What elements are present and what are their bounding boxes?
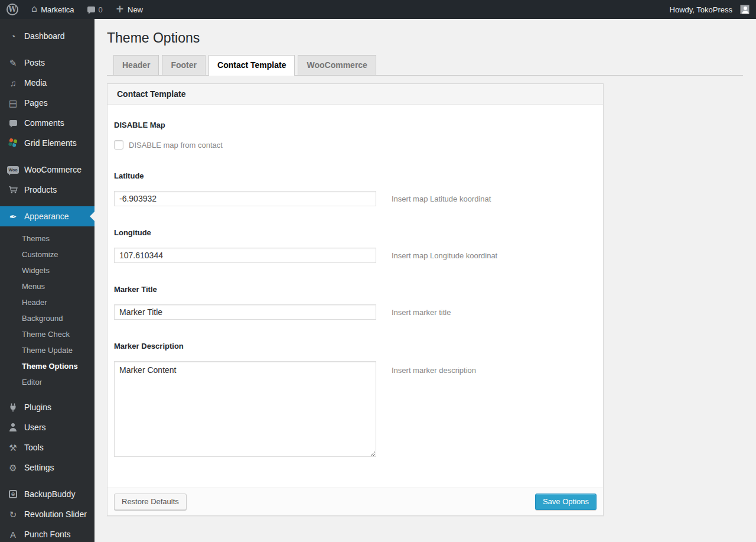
submenu-item-editor[interactable]: Editor (0, 374, 94, 390)
sidebar-item-label: Products (24, 185, 57, 194)
wordpress-logo-menu[interactable]: W (0, 0, 25, 19)
media-icon: ♫ (7, 79, 19, 87)
marker-title-help-text: Insert marker title (392, 304, 451, 317)
disable-map-checkbox[interactable] (114, 140, 123, 150)
marker-title-field-group: Marker Title Insert marker title (114, 285, 594, 320)
sidebar-item-revolution-slider[interactable]: ↻ Revolution Slider (0, 504, 94, 524)
account-menu[interactable]: Howdy, TokoPress (663, 0, 756, 19)
posts-icon: ✎ (7, 59, 19, 67)
sidebar-item-label: Users (24, 423, 46, 432)
restore-defaults-button[interactable]: Restore Defaults (114, 494, 187, 510)
tab-header[interactable]: Header (113, 55, 159, 75)
admin-bar: W ⌂ Marketica 0 + New Howdy, TokoPress (0, 0, 756, 19)
longitude-help-text: Insert map Longitude koordinat (392, 248, 497, 260)
latitude-label: Latitude (114, 171, 594, 180)
settings-icon: ⚙ (7, 463, 19, 472)
appearance-submenu: Themes Customize Widgets Menus Header Ba… (0, 226, 94, 397)
marker-description-help-text: Insert marker description (392, 361, 476, 375)
sidebar-item-settings[interactable]: ⚙ Settings (0, 457, 94, 478)
sidebar-item-label: Settings (24, 463, 54, 472)
revolution-slider-icon: ↻ (7, 510, 19, 519)
sidebar-item-label: Appearance (24, 212, 69, 221)
sidebar-item-label: Posts (24, 58, 45, 67)
sidebar-item-dashboard[interactable]: ◔ Dashboard (0, 26, 94, 46)
submenu-item-widgets[interactable]: Widgets (0, 262, 94, 278)
sidebar-item-label: Media (24, 78, 47, 87)
comment-bubble-icon (87, 7, 95, 12)
sidebar-item-label: Dashboard (24, 31, 65, 41)
sidebar-item-label: Tools (24, 443, 44, 452)
latitude-input[interactable] (114, 191, 376, 206)
main-content: Theme Options Header Footer Contact Temp… (94, 19, 756, 542)
page-title: Theme Options (107, 30, 743, 47)
cart-icon (7, 185, 19, 194)
submenu-item-customize[interactable]: Customize (0, 246, 94, 262)
longitude-input[interactable] (114, 248, 376, 263)
dashboard-icon: ◔ (7, 32, 19, 41)
user-icon (7, 423, 19, 431)
pages-icon: ▤ (7, 99, 19, 108)
sidebar-item-label: Punch Fonts (24, 530, 71, 539)
marker-description-field-group: Marker Description Marker Content Insert… (114, 342, 594, 457)
woocommerce-icon: Woo (7, 166, 19, 174)
submenu-item-menus[interactable]: Menus (0, 278, 94, 294)
latitude-help-text: Insert map Latitude koordinat (392, 191, 491, 203)
submenu-item-background[interactable]: Background (0, 310, 94, 326)
panel-title: Contact Template (107, 84, 603, 105)
admin-sidebar: ◔ Dashboard ✎ Posts ♫ Media ▤ Pages Comm… (0, 19, 94, 542)
sidebar-item-punch-fonts[interactable]: A Punch Fonts (0, 524, 94, 542)
tab-contact-template[interactable]: Contact Template (208, 55, 295, 76)
sidebar-item-comments[interactable]: Comments (0, 113, 94, 133)
grid-elements-icon (7, 139, 19, 147)
sidebar-item-products[interactable]: Products (0, 180, 94, 200)
sidebar-item-pages[interactable]: ▤ Pages (0, 93, 94, 113)
sidebar-item-label: BackupBuddy (24, 489, 75, 499)
submenu-item-header[interactable]: Header (0, 294, 94, 310)
sidebar-item-plugins[interactable]: Plugins (0, 397, 94, 417)
save-options-button[interactable]: Save Options (535, 494, 597, 510)
new-content-menu[interactable]: + New (109, 0, 149, 19)
avatar (740, 5, 750, 14)
punch-fonts-icon: A (7, 530, 19, 539)
appearance-brush-icon: ✒ (7, 212, 19, 221)
marker-description-textarea[interactable]: Marker Content (114, 361, 376, 457)
marker-title-label: Marker Title (114, 285, 594, 294)
plus-icon: + (116, 4, 124, 14)
sidebar-item-users[interactable]: Users (0, 417, 94, 437)
longitude-field-group: Longitude Insert map Longitude koordinat (114, 228, 594, 263)
latitude-field-group: Latitude Insert map Latitude koordinat (114, 171, 594, 206)
sidebar-item-media[interactable]: ♫ Media (0, 73, 94, 93)
sidebar-item-label: Grid Elements (24, 138, 77, 148)
comments-menu[interactable]: 0 (81, 0, 109, 19)
home-icon: ⌂ (31, 4, 37, 14)
disable-map-label: DISABLE Map (114, 121, 594, 129)
disable-map-checkbox-label: DISABLE map from contact (129, 141, 223, 150)
submenu-item-themes[interactable]: Themes (0, 231, 94, 246)
sidebar-item-tools[interactable]: ⚒ Tools (0, 437, 94, 457)
comments-icon (7, 120, 19, 126)
comment-count: 0 (99, 5, 103, 14)
sidebar-item-grid-elements[interactable]: Grid Elements (0, 133, 94, 153)
sidebar-item-appearance[interactable]: ✒ Appearance (0, 206, 94, 226)
sidebar-item-backupbuddy[interactable]: ⊕ BackupBuddy (0, 484, 94, 504)
site-name-label: Marketica (41, 5, 74, 14)
wordpress-logo-icon: W (6, 4, 18, 15)
sidebar-item-woocommerce[interactable]: Woo WooCommerce (0, 160, 94, 180)
submenu-item-theme-update[interactable]: Theme Update (0, 342, 94, 358)
sidebar-item-label: Plugins (24, 403, 51, 412)
disable-map-field-group: DISABLE Map DISABLE map from contact (114, 121, 594, 150)
sidebar-item-label: Revolution Slider (24, 509, 87, 519)
site-name-menu[interactable]: ⌂ Marketica (25, 0, 81, 19)
marker-description-label: Marker Description (114, 342, 594, 350)
backupbuddy-icon: ⊕ (7, 490, 19, 498)
tab-footer[interactable]: Footer (162, 55, 206, 75)
submenu-item-theme-options[interactable]: Theme Options (0, 358, 94, 374)
tab-bar: Header Footer Contact Template WooCommer… (107, 55, 743, 76)
marker-title-input[interactable] (114, 304, 376, 320)
tab-woocommerce[interactable]: WooCommerce (298, 55, 376, 75)
submenu-item-theme-check[interactable]: Theme Check (0, 326, 94, 342)
sidebar-item-posts[interactable]: ✎ Posts (0, 53, 94, 73)
sidebar-item-label: Comments (24, 118, 64, 128)
sidebar-item-label: WooCommerce (24, 165, 82, 174)
howdy-label: Howdy, TokoPress (670, 5, 732, 14)
